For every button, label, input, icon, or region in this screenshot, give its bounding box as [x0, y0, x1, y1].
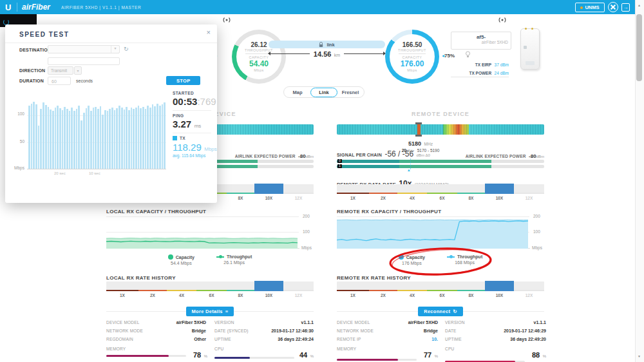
remote-chain1-bar: [337, 165, 544, 168]
local-button-row: More Details≡: [106, 307, 314, 316]
throughput-legend-line: [216, 256, 224, 258]
remote-gauge-unit: Mbps: [407, 68, 417, 72]
remote-throughput-value: 166.50: [402, 41, 422, 48]
distance-line-left: [269, 53, 310, 54]
ping-label: PING: [173, 113, 184, 118]
link-distance: 14.56 km: [269, 49, 385, 58]
remote-memory-pct: 77 %: [417, 348, 438, 360]
ubiquiti-logo[interactable]: U: [5, 3, 11, 12]
tx-average: avg. 115.64 Mbps: [173, 153, 205, 158]
modal-title: SPEED TEST: [19, 31, 69, 38]
refresh-icon: ↻: [453, 309, 457, 314]
remote-cpu-pct: 88 %: [526, 348, 546, 360]
duration-unit: seconds: [76, 79, 93, 83]
tab-map[interactable]: Map: [285, 90, 310, 95]
tab-link[interactable]: Link: [310, 88, 337, 97]
remote-details-col2: VERSIONv1.1.1 DATE2019-01-17 12:46:29 UP…: [445, 320, 546, 345]
unms-label: UNMS: [585, 5, 599, 10]
chain0-badge: 0: [337, 159, 342, 163]
duration-input[interactable]: 60: [48, 77, 71, 85]
local-throughput-value: 26.12: [251, 41, 267, 48]
unms-button[interactable]: UNMS: [575, 3, 605, 12]
remote-spectrum-bar: [337, 124, 544, 135]
y-unit: Mbps: [532, 245, 542, 250]
remote-airlink-power: AIRLINK EXPECTED POWER -80dBm: [337, 149, 544, 160]
airfiber-brand[interactable]: airFiber: [22, 3, 50, 12]
tx-speed-value: 118.29 Mbps: [173, 142, 217, 153]
y-tick-100: 100: [303, 229, 310, 234]
remote-ip-link[interactable]: 10.: [431, 337, 438, 341]
scrollbar-down-arrow[interactable]: ▼: [638, 354, 641, 358]
remote-capacity-chart: [337, 214, 528, 249]
local-capacity-value: 54.40: [249, 59, 269, 68]
signal-marker-line: [410, 158, 412, 169]
unms-status-dot: [580, 6, 583, 9]
scrollbar-thumb[interactable]: [636, 14, 642, 81]
remote-chain0-bar: [337, 160, 544, 163]
remote-gauge: 166.50 THROUGHPUT CAPACITY 176.00 Mbps: [390, 34, 435, 79]
freq-marker: [417, 124, 421, 135]
tx-power-label: TX POWER: [469, 71, 491, 75]
tab-fresnel[interactable]: Fresnel: [337, 90, 363, 95]
local-memory-bar: [106, 355, 186, 357]
speedtest-bar-chart: [28, 102, 166, 169]
local-memory-pct: 78 %: [187, 348, 207, 360]
remote-gauge-ring: 166.50 THROUGHPUT CAPACITY 176.00 Mbps: [385, 30, 439, 84]
modal-divider: [5, 43, 217, 43]
signal-marker-caret: ▴: [408, 167, 410, 173]
y-tick-100: 100: [533, 229, 540, 234]
refresh-ip-icon[interactable]: ↻: [124, 46, 129, 52]
antenna-icon-remote: [497, 16, 507, 24]
tools-icon[interactable]: [608, 2, 618, 12]
local-chart-legend: Capacity54.4 Mbps Throughput26.1 Mbps: [106, 254, 314, 265]
remote-capacity-title: REMOTE RX CAPACITY / THROUGHPUT: [337, 209, 441, 214]
tx-eirp-value: 37 dBm: [495, 62, 509, 67]
direction-label: DIRECTION: [19, 68, 45, 73]
remote-device-name-box[interactable]: af5- airFiber 5XHD: [451, 32, 511, 50]
stop-button[interactable]: STOP: [166, 76, 200, 85]
bulb-icon[interactable]: [465, 51, 471, 58]
direction-chevron[interactable]: ▾: [74, 66, 82, 75]
more-details-button[interactable]: More Details≡: [186, 307, 234, 316]
scrollbar-up-arrow[interactable]: ▲: [638, 3, 641, 7]
remote-rx-data-rate-bar: 1X2X4X6X8X10X12X: [337, 184, 544, 201]
st-tick-50: 50: [13, 139, 24, 144]
direction-select[interactable]: Transmit: [48, 66, 73, 75]
local-rate-history-bar: 1X2X4X6X8X10X12X: [106, 281, 314, 298]
logout-icon[interactable]: →: [621, 3, 630, 12]
local-cpu-pct: 44 %: [293, 348, 314, 360]
local-details-col1: DEVICE MODELairFiber 5XHD NETWORK MODEBr…: [106, 320, 206, 345]
st-xtick-1: 20 sec: [54, 171, 66, 175]
red-annotation-circle: [388, 246, 493, 277]
distance-value: 14.56: [314, 50, 332, 58]
tx-eirp-label: TX EIRP: [475, 62, 491, 67]
destination-ip-input[interactable]: [48, 57, 120, 65]
duration-label: DURATION: [19, 79, 44, 83]
remote-memory-bar: [337, 359, 417, 361]
local-cpu-label: CPU: [214, 347, 223, 351]
local-history-title: LOCAL RX RATE HISTORY: [106, 275, 176, 281]
close-icon[interactable]: ×: [207, 28, 211, 36]
remote-details-col1: DEVICE MODELairFiber 5XHD NETWORK MODEBr…: [337, 320, 438, 345]
local-capacity-title: LOCAL RX CAPACITY / THROUGHPUT: [106, 209, 206, 214]
distance-line-right: [344, 53, 385, 54]
remote-device-model: airFiber 5XHD: [451, 40, 511, 44]
gauge-divider: [399, 53, 426, 54]
chevron-down-icon: ▾: [111, 46, 119, 53]
view-tabs: Map Link Fresnel: [283, 86, 365, 98]
local-gauge-unit: Mbps: [254, 68, 263, 72]
remote-capacity-value: 176.00: [401, 59, 424, 68]
card-divider: [451, 77, 509, 77]
link-label: link: [327, 43, 334, 47]
remote-cpu-label: CPU: [445, 347, 454, 351]
remote-throughput-label: THROUGHPUT: [398, 48, 426, 52]
reconnect-button[interactable]: Reconnect↻: [418, 307, 463, 316]
app-window: U airFiber AIRFIBER 5XHD | V1.1.1 | MAST…: [0, 0, 644, 362]
speed-test-modal: SPEED TEST × DESTINATION IP ▾ ↻ DIRECTIO…: [5, 24, 217, 203]
y-unit: Mbps: [301, 245, 312, 250]
antenna-icon-local: [222, 16, 232, 24]
local-capacity-chart: [106, 214, 298, 249]
destination-ip-select[interactable]: ▾: [48, 45, 120, 53]
tx-row: TX: [173, 136, 185, 140]
chain1-badge: 1: [337, 164, 342, 168]
